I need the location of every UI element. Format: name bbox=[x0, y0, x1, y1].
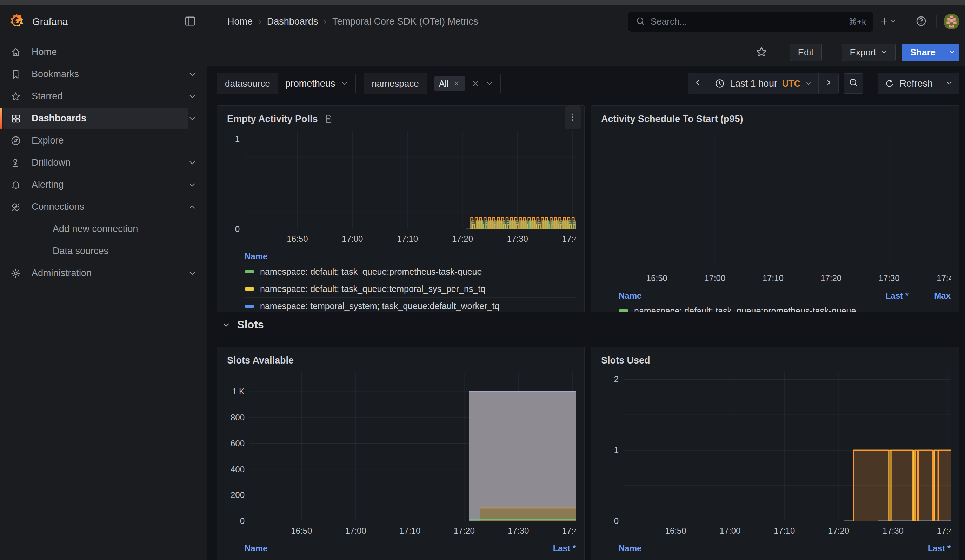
datasource-select[interactable]: prometheus bbox=[278, 73, 356, 94]
x-tick-label: 17:40 bbox=[937, 526, 950, 536]
x-axis: 16:5017:0017:1017:2017:3017:40 bbox=[601, 271, 950, 284]
time-series-chart[interactable]: 0116:5017:0017:1017:2017:3017:40 bbox=[227, 131, 576, 247]
export-button[interactable]: Export bbox=[842, 44, 896, 61]
panel-title[interactable]: Activity Schedule To Start (p95) bbox=[601, 114, 743, 124]
legend-sort-last[interactable]: Last * bbox=[891, 544, 950, 553]
namespace-chip-all[interactable]: All bbox=[434, 77, 466, 90]
time-range-picker[interactable]: Last 1 hour UTC bbox=[708, 73, 819, 94]
sidebar-item-home[interactable]: Home bbox=[0, 41, 207, 63]
home-icon bbox=[10, 47, 21, 57]
share-menu-button[interactable] bbox=[944, 44, 959, 61]
legend-sort-name[interactable]: Name bbox=[245, 544, 516, 553]
y-tick-label: 1 K bbox=[232, 387, 245, 397]
chevron-down-icon bbox=[188, 180, 197, 189]
refresh-interval-button[interactable] bbox=[939, 73, 959, 94]
legend-sort-last[interactable]: Last * bbox=[849, 291, 908, 301]
namespace-select[interactable]: All bbox=[427, 73, 501, 94]
time-shift-back-button[interactable] bbox=[689, 73, 708, 94]
sidebar-item-starred[interactable]: Starred bbox=[0, 85, 207, 107]
chevron-down-icon bbox=[949, 48, 955, 57]
section-slots-toggle[interactable]: Slots bbox=[222, 318, 264, 331]
series-color-swatch bbox=[619, 309, 628, 313]
plug-icon bbox=[10, 202, 21, 212]
panel-activity-schedule-to-start: Activity Schedule To Start (p95) 16:5017… bbox=[591, 105, 959, 312]
sidebar-item-administration[interactable]: Administration bbox=[0, 262, 207, 284]
series-color-swatch bbox=[245, 270, 254, 273]
search-input[interactable]: Search... ⌘+k bbox=[628, 11, 873, 32]
x-tick-label: 17:00 bbox=[720, 526, 741, 536]
y-tick-label: 0 bbox=[614, 516, 619, 526]
panel-description-icon[interactable] bbox=[324, 114, 334, 124]
x-tick-label: 17:10 bbox=[762, 273, 783, 283]
sidebar-item-explore[interactable]: Explore bbox=[0, 129, 207, 152]
panel-title[interactable]: Slots Available bbox=[227, 355, 294, 366]
plot-area[interactable] bbox=[601, 131, 950, 268]
chevron-down-icon bbox=[188, 114, 197, 123]
panel-legend: NameLast *namespace: default; task_queue… bbox=[227, 542, 576, 560]
legend-item[interactable]: namespace: default; task_queue:prometheu… bbox=[245, 263, 576, 280]
x-tick-label: 17:10 bbox=[397, 234, 418, 244]
chevron-down-icon bbox=[188, 92, 197, 101]
star-dashboard-button[interactable] bbox=[753, 44, 770, 61]
sidebar-item-dashboards[interactable]: Dashboards bbox=[0, 107, 207, 129]
apps-icon bbox=[10, 113, 21, 124]
plot-area[interactable] bbox=[250, 372, 576, 521]
x-tick-label: 17:00 bbox=[342, 234, 363, 244]
y-tick-label: 2 bbox=[614, 374, 619, 384]
x-axis: 16:5017:0017:1017:2017:3017:40 bbox=[245, 231, 576, 245]
plot-area[interactable] bbox=[623, 372, 950, 521]
legend-item[interactable]: namespace: default; task_queue:prometheu… bbox=[619, 555, 950, 560]
grafana-logo[interactable] bbox=[8, 13, 25, 31]
time-series-chart[interactable]: 01216:5017:0017:1017:2017:3017:40 bbox=[601, 372, 950, 539]
panel-title[interactable]: Empty Activity Polls bbox=[227, 114, 318, 124]
sidebar-item-bookmarks[interactable]: Bookmarks bbox=[0, 63, 207, 85]
panel-menu-button[interactable] bbox=[564, 106, 581, 129]
breadcrumb-item-temporal-core-sdk-otel-metrics: Temporal Core SDK (OTel) Metrics bbox=[332, 16, 478, 27]
legend-item[interactable]: namespace: temporal_system; task_queue:d… bbox=[245, 297, 576, 312]
time-shift-forward-button[interactable] bbox=[819, 73, 838, 94]
legend-sort-last[interactable]: Last * bbox=[516, 544, 576, 553]
dock-menu-button[interactable] bbox=[182, 13, 198, 30]
help-button[interactable] bbox=[913, 13, 929, 30]
edit-button[interactable]: Edit bbox=[790, 44, 822, 61]
legend-item[interactable]: namespace: default; task_queue:temporal_… bbox=[245, 280, 576, 297]
legend-item[interactable]: namespace: default; task_queue:prometheu… bbox=[619, 302, 950, 312]
time-series-chart[interactable]: 16:5017:0017:1017:2017:3017:40 bbox=[601, 131, 950, 287]
breadcrumb-item-dashboards[interactable]: Dashboards bbox=[267, 16, 318, 27]
sidebar-item-add-new-connection[interactable]: Add new connection bbox=[0, 218, 207, 240]
breadcrumb-separator: › bbox=[324, 16, 327, 27]
sidebar-item-connections[interactable]: Connections bbox=[0, 196, 207, 218]
toolbar-divider bbox=[780, 46, 780, 59]
new-button[interactable] bbox=[877, 14, 899, 29]
breadcrumb: Home›Dashboards›Temporal Core SDK (OTel)… bbox=[227, 16, 628, 27]
sidebar-item-drilldown[interactable]: Drilldown bbox=[0, 152, 207, 174]
close-icon[interactable] bbox=[453, 80, 460, 87]
sidebar-item-alerting[interactable]: Alerting bbox=[0, 174, 207, 196]
sidebar-item-data-sources[interactable]: Data sources bbox=[0, 240, 207, 262]
chevron-down-icon bbox=[188, 269, 197, 278]
x-tick-label: 17:10 bbox=[774, 526, 795, 536]
chevron-down-icon bbox=[890, 18, 896, 26]
avatar[interactable] bbox=[944, 14, 959, 29]
y-axis: 01 bbox=[227, 131, 245, 229]
clear-selection-icon[interactable] bbox=[471, 79, 480, 88]
app-header: Grafana Home›Dashboards›Temporal Core SD… bbox=[0, 5, 965, 39]
plus-icon bbox=[879, 16, 890, 28]
zoom-out-button[interactable] bbox=[844, 73, 863, 94]
x-tick-label: 17:30 bbox=[883, 526, 904, 536]
help-icon bbox=[915, 15, 927, 28]
share-button[interactable]: Share bbox=[902, 44, 944, 61]
legend-sort-max[interactable]: Max bbox=[908, 291, 950, 301]
legend-sort-name[interactable]: Name bbox=[619, 544, 891, 553]
legend-sort-name[interactable]: Name bbox=[245, 251, 576, 261]
plot-area[interactable] bbox=[245, 131, 576, 229]
panel-title[interactable]: Slots Used bbox=[601, 355, 650, 366]
time-series-chart[interactable]: 02004006008001 K16:5017:0017:1017:2017:3… bbox=[227, 372, 576, 539]
refresh-button[interactable]: Refresh bbox=[878, 73, 939, 94]
x-tick-label: 17:20 bbox=[452, 234, 473, 244]
window-top-strip bbox=[0, 0, 965, 5]
legend-item[interactable]: namespace: default; task_queue:prometheu… bbox=[245, 555, 576, 560]
breadcrumb-item-home[interactable]: Home bbox=[227, 16, 253, 27]
legend-sort-name[interactable]: Name bbox=[619, 291, 849, 301]
x-tick-label: 17:10 bbox=[399, 526, 420, 536]
